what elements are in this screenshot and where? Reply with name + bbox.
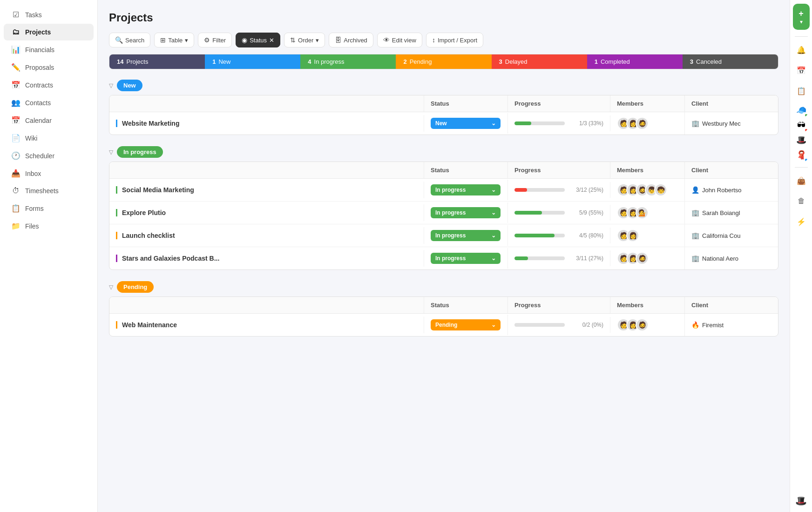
- right-avatar-3[interactable]: 🧣: [794, 148, 809, 162]
- sidebar-label: Contracts: [25, 81, 53, 89]
- status-dropdown[interactable]: In progress ⌄: [431, 253, 501, 264]
- members-group: 🧑👩💁: [617, 206, 645, 219]
- archived-button[interactable]: 🗄 Archived: [329, 33, 373, 47]
- search-button[interactable]: 🔍 Search: [109, 33, 150, 47]
- list-button[interactable]: 📋: [793, 82, 810, 99]
- notifications-button[interactable]: 🔔: [793, 41, 810, 58]
- sidebar-item-financials[interactable]: 📊 Financials: [4, 41, 94, 58]
- status-delayed[interactable]: 3 Delayed: [492, 54, 587, 69]
- table-header-name: [109, 297, 424, 313]
- sidebar-label: Timesheets: [25, 187, 59, 195]
- chevron-icon[interactable]: ▽: [109, 82, 113, 89]
- status-dropdown[interactable]: In progress ⌄: [431, 230, 501, 241]
- status-bar: 14 Projects 1 New 4 In progress 2 Pendin…: [109, 54, 778, 69]
- table-button[interactable]: ⊞ Table ▾: [154, 33, 194, 47]
- status-label: In progress: [435, 187, 466, 193]
- divider: [795, 167, 808, 168]
- status-dropdown[interactable]: New ⌄: [431, 118, 501, 129]
- chevron-icon[interactable]: ▽: [109, 284, 113, 290]
- table-header-name: [109, 162, 424, 178]
- sidebar-item-timesheets[interactable]: ⏱ Timesheets: [4, 182, 94, 199]
- calendar-button[interactable]: 📅: [793, 62, 810, 79]
- sidebar-item-contacts[interactable]: 👥 Contacts: [4, 94, 94, 111]
- table-row: Social Media Marketing In progress ⌄ 3/1…: [109, 179, 778, 202]
- order-button[interactable]: ⇅ Order ▾: [284, 33, 325, 47]
- filter-button[interactable]: ⚙ Filter: [198, 33, 232, 47]
- member-avatar[interactable]: 🧔: [636, 318, 649, 331]
- status-all[interactable]: 14 Projects: [109, 54, 205, 69]
- table-icon: ⊞: [160, 36, 166, 44]
- sidebar-item-tasks[interactable]: ☑ Tasks: [4, 6, 94, 23]
- right-panel: + ▾ 🔔 📅 📋 🧢🕶🎩🧣 👜 🗑 ⚡ 🎩: [790, 0, 812, 512]
- project-name[interactable]: Launch checklist: [116, 232, 175, 239]
- chevron-icon[interactable]: ▽: [109, 149, 113, 155]
- forms-icon: 📋: [11, 204, 20, 213]
- project-name[interactable]: Explore Plutio: [116, 209, 166, 216]
- chevron-down-icon: ▾: [316, 37, 319, 44]
- status-canceled[interactable]: 3 Canceled: [683, 54, 778, 69]
- sidebar-label: Inbox: [25, 170, 41, 177]
- section-inprogress: ▽ In progress StatusProgressMembersClien…: [109, 146, 778, 270]
- sidebar-item-projects[interactable]: 🗂 Projects: [4, 24, 94, 40]
- status-button[interactable]: ◉ Status ✕: [236, 33, 280, 47]
- status-dropdown[interactable]: Pending ⌄: [431, 319, 501, 330]
- right-avatar-1[interactable]: 🕶: [794, 118, 809, 133]
- member-avatar[interactable]: 🧔: [636, 252, 649, 265]
- section-badge: New: [117, 80, 142, 91]
- bag-button[interactable]: 👜: [793, 172, 810, 189]
- status-pending[interactable]: 2 Pending: [396, 54, 491, 69]
- section-pending: ▽ Pending StatusProgressMembersClientWeb…: [109, 281, 778, 337]
- member-avatar[interactable]: 🧔: [636, 117, 649, 130]
- archived-icon: 🗄: [335, 36, 341, 44]
- table-header-Status: Status: [424, 95, 508, 112]
- bolt-button[interactable]: ⚡: [793, 213, 810, 230]
- sidebar-item-calendar[interactable]: 📅 Calendar: [4, 112, 94, 129]
- chevron-down-icon: ⌄: [491, 120, 496, 127]
- project-name[interactable]: Stars and Galaxies Podcast B...: [116, 255, 219, 262]
- status-dot: [804, 128, 808, 132]
- trash-button[interactable]: 🗑: [793, 193, 810, 209]
- sidebar-item-scheduler[interactable]: 🕐 Scheduler: [4, 147, 94, 164]
- add-button[interactable]: + ▾: [793, 4, 810, 30]
- edit-view-button[interactable]: 👁 Edit view: [377, 33, 422, 47]
- list-icon: 📋: [797, 87, 806, 95]
- chevron-down-icon: ⌄: [491, 322, 496, 328]
- sidebar-item-contracts[interactable]: 📅 Contracts: [4, 76, 94, 94]
- contracts-icon: 📅: [11, 81, 20, 89]
- project-name[interactable]: Website Marketing: [116, 120, 179, 127]
- member-avatar[interactable]: 👩: [626, 229, 639, 242]
- table-header-Progress: Progress: [508, 297, 610, 313]
- status-dropdown[interactable]: In progress ⌄: [431, 184, 501, 195]
- member-avatar[interactable]: 💁: [636, 206, 649, 219]
- client-icon: 🔥: [691, 321, 699, 329]
- project-name[interactable]: Web Maintenance: [116, 321, 177, 329]
- status-completed[interactable]: 1 Completed: [587, 54, 683, 69]
- import-export-icon: ↕: [432, 36, 435, 44]
- bag-icon: 👜: [797, 176, 806, 185]
- table-row: Explore Plutio In progress ⌄ 5/9 (55%) 🧑…: [109, 202, 778, 224]
- status-new[interactable]: 1 New: [205, 54, 300, 69]
- member-avatar[interactable]: 🧒: [654, 183, 667, 196]
- trash-icon: 🗑: [798, 197, 805, 205]
- client-icon: 🏢: [691, 209, 699, 216]
- right-avatar-0[interactable]: 🧢: [794, 103, 809, 118]
- toolbar: 🔍 Search ⊞ Table ▾ ⚙ Filter ◉ Status ✕ ⇅…: [109, 33, 778, 47]
- project-name[interactable]: Social Media Marketing: [116, 186, 194, 194]
- user-avatar[interactable]: 🎩: [794, 493, 809, 508]
- sidebar-item-proposals[interactable]: ✏️ Proposals: [4, 59, 94, 76]
- progress-bar: [514, 256, 565, 260]
- sidebar-item-forms[interactable]: 📋 Forms: [4, 200, 94, 217]
- sidebar-item-inbox[interactable]: 📥 Inbox: [4, 165, 94, 182]
- sidebar-item-files[interactable]: 📁 Files: [4, 217, 94, 235]
- import-export-button[interactable]: ↕ Import / Export: [426, 33, 483, 47]
- projects-icon: 🗂: [11, 28, 20, 36]
- status-icon: ◉: [242, 36, 247, 44]
- financials-icon: 📊: [11, 45, 20, 54]
- status-inprogress[interactable]: 4 In progress: [300, 54, 396, 69]
- chevron-down-icon: ⌄: [491, 255, 496, 262]
- sidebar-item-wiki[interactable]: 📄 Wiki: [4, 129, 94, 147]
- client-icon: 🏢: [691, 232, 699, 239]
- client-icon: 🏢: [691, 255, 699, 262]
- status-dropdown[interactable]: In progress ⌄: [431, 207, 501, 218]
- right-avatar-2[interactable]: 🎩: [794, 133, 809, 148]
